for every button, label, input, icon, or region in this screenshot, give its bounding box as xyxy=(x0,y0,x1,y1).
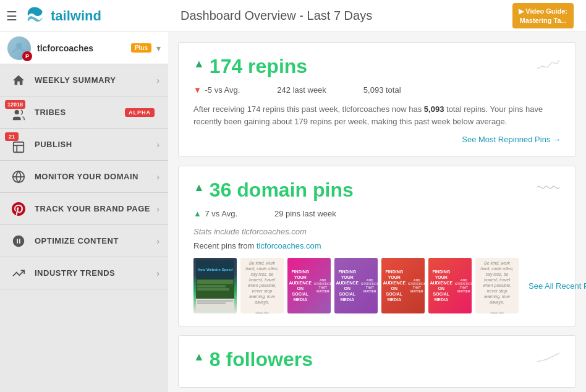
domain-pins-value: 36 domain pins xyxy=(210,179,354,202)
domain-link[interactable]: tlcforcoaches.com xyxy=(257,241,321,250)
tribes-label: TRIBES xyxy=(35,108,125,117)
see-most-repinned-link[interactable]: See Most Repinned Pins → xyxy=(193,135,561,144)
domain-vs-avg: ▲ 7 vs Avg. xyxy=(193,209,237,218)
home-icon xyxy=(9,70,28,90)
plus-badge: Plus xyxy=(131,43,151,53)
avatar: P xyxy=(7,36,31,60)
pins-row: How Website Speed Be kind, work hard, sm… xyxy=(193,258,561,313)
tribes-badge: 12018 xyxy=(5,100,25,109)
see-all-recent-pins-link[interactable]: See All Recent Pins → xyxy=(522,281,586,291)
pinterest-icon xyxy=(9,199,28,219)
sidebar-item-track[interactable]: TRACK YOUR BRAND PAGE › xyxy=(0,193,168,225)
alpha-badge: ALPHA xyxy=(125,108,155,117)
svg-point-1 xyxy=(15,109,19,114)
repins-card: ▲ 174 repins ▼ -5 vs Avg. 242 last week … xyxy=(178,42,576,157)
user-dropdown-chevron-icon[interactable]: ▾ xyxy=(156,43,161,53)
sidebar-header: ☰ tailwind xyxy=(0,0,168,32)
sidebar: ☰ tailwind P tlcforcoaches Plus ▾ WEEKLY… xyxy=(0,0,168,392)
repins-last-week: 242 last week xyxy=(277,85,326,95)
sidebar-item-monitor[interactable]: MONITOR YOUR DOMAIN › xyxy=(0,161,168,193)
optimize-icon xyxy=(9,231,28,251)
repins-up-arrow-icon: ▲ xyxy=(193,58,205,70)
domain-pins-up-arrow-icon: ▲ xyxy=(193,181,205,194)
monitor-chevron-icon: › xyxy=(156,172,159,182)
sidebar-item-publish[interactable]: 21 PUBLISH › xyxy=(0,129,168,161)
trends-icon xyxy=(9,263,28,283)
followers-up-arrow-icon: ▲ xyxy=(193,351,205,364)
pin-thumb-1[interactable]: How Website Speed xyxy=(193,258,237,313)
track-chevron-icon: › xyxy=(156,204,159,214)
pin-thumb-2[interactable]: Be kind, work hard, smile often, say les… xyxy=(240,258,284,313)
optimize-chevron-icon: › xyxy=(156,236,159,246)
video-guide-line2: Mastering Ta... xyxy=(519,16,567,25)
industry-label: INDUSTRY TRENDS xyxy=(35,268,156,278)
repins-value: 174 repins xyxy=(210,55,307,78)
svg-point-0 xyxy=(16,43,22,49)
sidebar-item-tribes[interactable]: 12018 TRIBES ALPHA xyxy=(0,96,168,129)
main-content: Dashboard Overview - Last 7 Days ▶ Video… xyxy=(168,0,586,392)
sidebar-item-optimize[interactable]: OPTIMIZE CONTENT › xyxy=(0,225,168,257)
content-area: ▲ 174 repins ▼ -5 vs Avg. 242 last week … xyxy=(168,32,586,392)
weekly-summary-label: WEEKLY SUMMARY xyxy=(35,75,156,85)
followers-chart-icon xyxy=(536,348,561,369)
repins-chart-icon xyxy=(536,55,561,76)
followers-value: 8 followers xyxy=(210,348,313,371)
down-arrow-icon: ▼ xyxy=(193,85,202,95)
top-bar: Dashboard Overview - Last 7 Days ▶ Video… xyxy=(168,0,586,32)
domain-pins-wave-icon xyxy=(536,179,561,199)
svg-rect-2 xyxy=(14,142,24,152)
weekly-summary-chevron-icon: › xyxy=(156,75,159,85)
video-guide-button[interactable]: ▶ Video Guide: Mastering Ta... xyxy=(512,3,574,28)
publish-badge: 21 xyxy=(5,132,19,141)
domain-last-week: 29 pins last week xyxy=(274,209,336,218)
pin-thumb-5[interactable]: FINDING YOUR AUDIENCE ON SOCIAL MEDIA AN… xyxy=(381,258,425,313)
sidebar-item-industry[interactable]: INDUSTRY TRENDS › xyxy=(0,257,168,289)
optimize-label: OPTIMIZE CONTENT xyxy=(35,236,156,245)
domain-pins-card: ▲ 36 domain pins ▲ 7 vs Avg. 29 pins las… xyxy=(178,166,576,326)
domain-stats-note: Stats include tlcforcoaches.com xyxy=(193,227,561,236)
hamburger-icon[interactable]: ☰ xyxy=(6,9,17,23)
video-guide-line1: ▶ Video Guide: xyxy=(519,7,567,15)
brand-name: tailwind xyxy=(51,8,101,24)
repins-total: 5,093 total xyxy=(363,85,401,95)
followers-card: ▲ 8 followers xyxy=(178,335,576,388)
repins-description: After receiving 174 repins this past wee… xyxy=(193,103,561,127)
track-label: TRACK YOUR BRAND PAGE xyxy=(35,204,156,213)
monitor-label: MONITOR YOUR DOMAIN xyxy=(35,172,156,181)
publish-label: PUBLISH xyxy=(35,140,156,149)
globe-icon xyxy=(9,167,28,187)
repins-vs-avg: ▼ -5 vs Avg. xyxy=(193,85,240,95)
username-label: tlcforcoaches xyxy=(37,43,131,53)
publish-chevron-icon: › xyxy=(156,140,159,150)
tailwind-logo-icon xyxy=(23,5,46,27)
recent-pins-header: Recent pins from tlcforcoaches.com xyxy=(193,241,561,250)
pin-thumb-7[interactable]: Be kind, work hard, smile often, say les… xyxy=(475,258,519,313)
pinterest-badge: P xyxy=(22,51,32,61)
pin-thumb-6[interactable]: FINDING YOUR AUDIENCE ON SOCIAL MEDIA AN… xyxy=(428,258,472,313)
page-title: Dashboard Overview - Last 7 Days xyxy=(180,9,372,23)
sidebar-item-weekly-summary[interactable]: WEEKLY SUMMARY › xyxy=(0,64,168,96)
pin-thumb-3[interactable]: FINDING YOUR AUDIENCE ON SOCIAL MEDIA AN… xyxy=(287,258,331,313)
user-section[interactable]: P tlcforcoaches Plus ▾ xyxy=(0,32,168,64)
industry-chevron-icon: › xyxy=(156,268,159,278)
domain-up-arrow-icon: ▲ xyxy=(193,209,202,218)
pin-thumb-4[interactable]: FINDING YOUR AUDIENCE ON SOCIAL MEDIA AN… xyxy=(334,258,378,313)
